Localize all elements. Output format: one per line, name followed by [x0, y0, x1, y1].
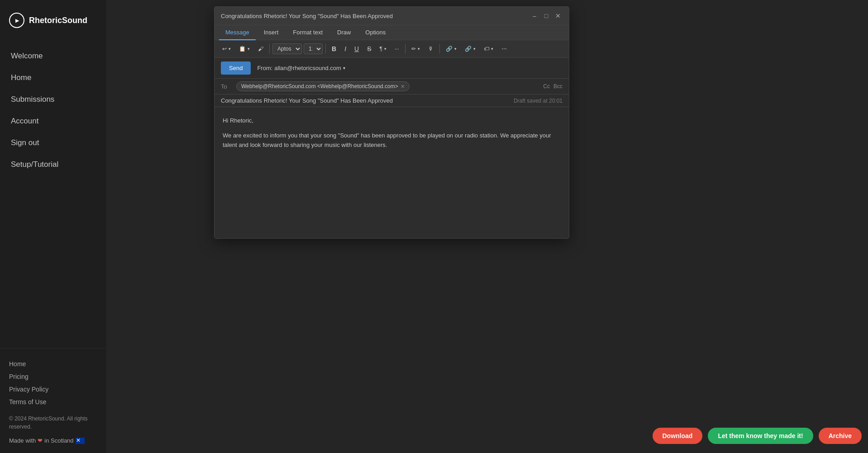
send-button[interactable]: Send: [221, 61, 251, 75]
more-options-button[interactable]: ⋯: [498, 43, 510, 54]
window-titlebar: Congratulations Rhetoric! Your Song "Sou…: [215, 7, 569, 25]
email-paragraph-1: We are excited to inform you that your s…: [223, 131, 561, 150]
window-title: Congratulations Rhetoric! Your Song "Sou…: [221, 13, 393, 19]
subject-text: Congratulations Rhetoric! Your Song "Sou…: [221, 97, 393, 104]
maximize-button[interactable]: □: [542, 11, 551, 20]
to-row-right: Cc Bcc: [543, 83, 563, 90]
tab-insert[interactable]: Insert: [258, 25, 285, 40]
subject-row: Congratulations Rhetoric! Your Song "Sou…: [215, 94, 569, 107]
tab-draw[interactable]: Draw: [331, 25, 357, 40]
download-button[interactable]: Download: [653, 428, 703, 444]
copyright-text: © 2024 RhetoricSound. All rights reserve…: [9, 415, 97, 431]
from-row: Send From: allan@rhetoricsound.com: [215, 58, 569, 79]
sidebar-item-sign-out[interactable]: Sign out: [0, 132, 106, 154]
email-body[interactable]: Hi Rhetoric, We are excited to inform yo…: [215, 107, 569, 238]
compose-area: Send From: allan@rhetoricsound.com To We…: [215, 58, 569, 238]
footer-link-pricing[interactable]: Pricing: [9, 370, 97, 383]
footer-link-privacy-policy[interactable]: Privacy Policy: [9, 383, 97, 396]
ribbon-toolbar: ↩ 📋 🖌 Aptos 12 B I U S ¶ ··· ✏ 🎙 🔗 🔗 🏷: [215, 40, 569, 58]
cc-button[interactable]: Cc: [543, 83, 550, 90]
sidebar-logo[interactable]: RhetoricSound: [0, 0, 106, 41]
window-controls: – □ ✕: [530, 11, 563, 20]
sidebar-item-setup-tutorial[interactable]: Setup/Tutorial: [0, 154, 106, 175]
sidebar-item-account[interactable]: Account: [0, 110, 106, 132]
tag-button[interactable]: 🏷: [481, 43, 496, 54]
remove-recipient-button[interactable]: ×: [401, 83, 405, 90]
toolbar-separator-4: [439, 44, 440, 54]
insert-link-button[interactable]: 🔗: [462, 43, 479, 54]
link-button[interactable]: 🔗: [443, 43, 460, 54]
heart-icon: ❤: [38, 437, 43, 444]
handwriting-button[interactable]: ✏: [408, 43, 423, 54]
close-button[interactable]: ✕: [553, 11, 563, 20]
email-window: Congratulations Rhetoric! Your Song "Sou…: [214, 6, 569, 239]
strikethrough-button[interactable]: S: [364, 43, 374, 55]
email-greeting: Hi Rhetoric,: [223, 116, 561, 126]
tab-options[interactable]: Options: [359, 25, 392, 40]
underline-button[interactable]: U: [351, 43, 362, 55]
sidebar-item-welcome[interactable]: Welcome: [0, 45, 106, 67]
more-button[interactable]: ···: [391, 43, 402, 54]
italic-button[interactable]: I: [341, 43, 349, 55]
play-icon: [9, 13, 24, 28]
sidebar-footer: Home Pricing Privacy Policy Terms of Use…: [0, 348, 106, 453]
font-size-select[interactable]: 12: [304, 43, 323, 54]
ribbon-tabs: Message Insert Format text Draw Options: [215, 25, 569, 40]
toolbar-separator-2: [325, 44, 326, 54]
action-buttons: Download Let them know they made it! Arc…: [653, 428, 862, 444]
sidebar: RhetoricSound Welcome Home Submissions A…: [0, 0, 106, 453]
let-them-know-button[interactable]: Let them know they made it!: [708, 428, 813, 444]
bcc-button[interactable]: Bcc: [553, 83, 563, 90]
recipient-address: Webhelp@RhetoricSound.com <Webhelp@Rheto…: [241, 83, 398, 90]
scotland-flag-icon: [76, 438, 85, 444]
tab-message[interactable]: Message: [219, 25, 256, 40]
footer-link-home[interactable]: Home: [9, 358, 97, 370]
made-with-text: Made with ❤ in Scotland: [9, 437, 97, 444]
toolbar-separator-3: [405, 44, 405, 54]
undo-button[interactable]: ↩: [219, 43, 234, 54]
minimize-button[interactable]: –: [530, 11, 539, 20]
sidebar-item-home[interactable]: Home: [0, 67, 106, 89]
footer-link-terms-of-use[interactable]: Terms of Use: [9, 396, 97, 408]
bold-button[interactable]: B: [329, 43, 339, 55]
main-content: Congratulations Rhetoric! Your Song "Sou…: [106, 0, 868, 453]
format-painter-button[interactable]: 🖌: [255, 43, 267, 54]
tab-format-text[interactable]: Format text: [286, 25, 329, 40]
clipboard-button[interactable]: 📋: [236, 43, 253, 54]
recipient-chip: Webhelp@RhetoricSound.com <Webhelp@Rheto…: [236, 81, 410, 91]
font-name-select[interactable]: Aptos: [272, 43, 302, 54]
archive-button[interactable]: Archive: [819, 428, 862, 444]
from-address[interactable]: From: allan@rhetoricsound.com: [257, 65, 345, 71]
draft-saved-text: Draft saved at 20:01: [514, 98, 563, 104]
toolbar-separator-1: [269, 44, 270, 54]
to-label: To: [221, 83, 232, 90]
sidebar-navigation: Welcome Home Submissions Account Sign ou…: [0, 41, 106, 348]
paragraph-button[interactable]: ¶: [376, 43, 389, 54]
sidebar-item-submissions[interactable]: Submissions: [0, 89, 106, 110]
app-name: RhetoricSound: [29, 16, 87, 25]
to-row: To Webhelp@RhetoricSound.com <Webhelp@Rh…: [215, 79, 569, 94]
dictate-button[interactable]: 🎙: [425, 43, 437, 54]
